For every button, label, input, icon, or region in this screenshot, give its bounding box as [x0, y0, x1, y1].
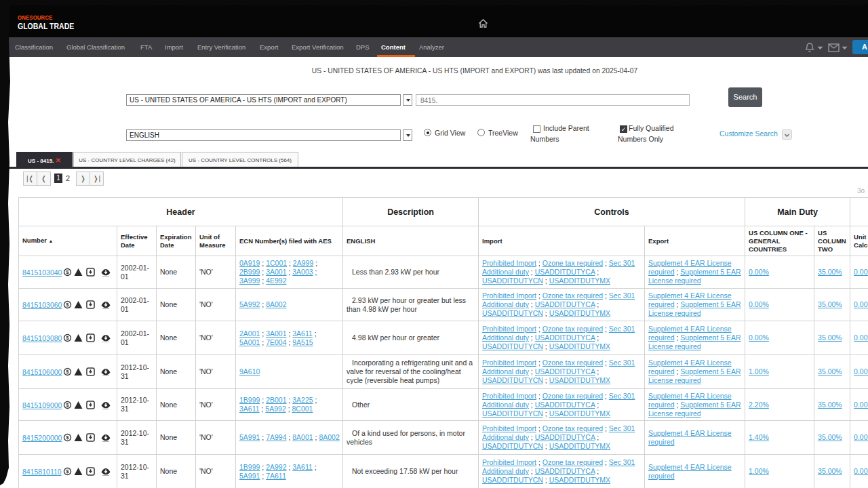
svg-text:$: $: [66, 434, 70, 441]
svg-text:$: $: [66, 269, 70, 275]
svg-text:$: $: [66, 369, 70, 375]
svg-text:$: $: [66, 402, 70, 408]
svg-text:$: $: [66, 302, 70, 308]
svg-text:$: $: [66, 468, 69, 474]
svg-text:$: $: [66, 335, 70, 341]
